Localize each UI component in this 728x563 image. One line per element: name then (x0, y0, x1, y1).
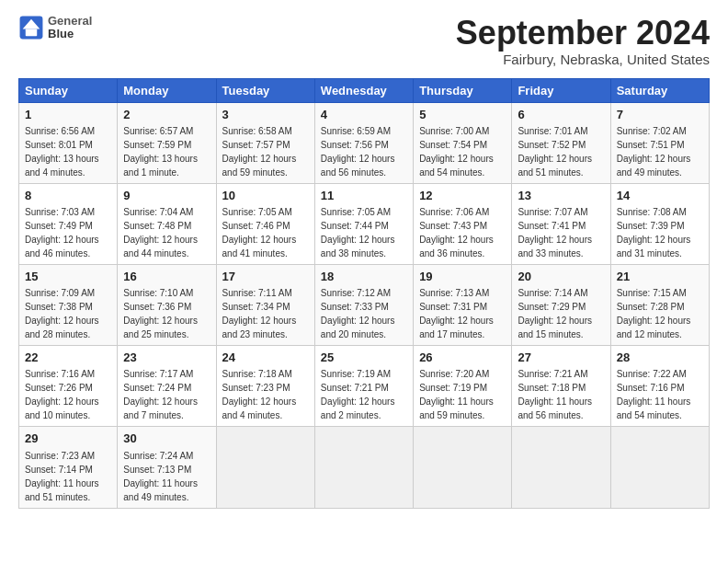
day-cell: 27Sunrise: 7:21 AMSunset: 7:18 PMDayligh… (512, 346, 610, 427)
day-number: 25 (321, 350, 407, 366)
empty-cell (216, 427, 314, 508)
col-header-monday: Monday (118, 78, 216, 102)
day-number: 3 (222, 107, 309, 123)
day-number: 17 (222, 269, 309, 285)
day-cell: 19Sunrise: 7:13 AMSunset: 7:31 PMDayligh… (414, 264, 512, 345)
day-info: Sunrise: 7:09 AMSunset: 7:38 PMDaylight:… (25, 288, 99, 339)
col-header-tuesday: Tuesday (216, 78, 314, 102)
col-header-saturday: Saturday (610, 78, 709, 102)
month-title: September 2024 (456, 15, 710, 52)
day-number: 23 (123, 350, 210, 366)
day-info: Sunrise: 7:17 AMSunset: 7:24 PMDaylight:… (123, 369, 198, 420)
day-info: Sunrise: 7:22 AMSunset: 7:16 PMDaylight:… (617, 369, 691, 420)
day-number: 15 (25, 269, 111, 285)
day-number: 2 (123, 107, 210, 123)
day-cell: 3Sunrise: 6:58 AMSunset: 7:57 PMDaylight… (216, 102, 314, 183)
title-block: September 2024 Fairbury, Nebraska, Unite… (456, 15, 710, 67)
day-info: Sunrise: 7:14 AMSunset: 7:29 PMDaylight:… (518, 288, 592, 339)
svg-rect-2 (26, 29, 37, 37)
logo: General Blue (18, 15, 92, 41)
day-cell: 6Sunrise: 7:01 AMSunset: 7:52 PMDaylight… (512, 102, 610, 183)
day-cell: 23Sunrise: 7:17 AMSunset: 7:24 PMDayligh… (118, 346, 216, 427)
day-number: 10 (222, 188, 309, 204)
day-info: Sunrise: 7:03 AMSunset: 7:49 PMDaylight:… (25, 207, 99, 259)
day-cell: 10Sunrise: 7:05 AMSunset: 7:46 PMDayligh… (216, 183, 314, 264)
day-number: 16 (123, 269, 210, 285)
day-info: Sunrise: 7:10 AMSunset: 7:36 PMDaylight:… (123, 288, 198, 339)
col-header-wednesday: Wednesday (314, 78, 413, 102)
day-info: Sunrise: 6:59 AMSunset: 7:56 PMDaylight:… (321, 126, 395, 178)
main-container: General Blue September 2024 Fairbury, Ne… (0, 0, 728, 518)
day-info: Sunrise: 7:19 AMSunset: 7:21 PMDaylight:… (321, 369, 395, 420)
day-cell: 25Sunrise: 7:19 AMSunset: 7:21 PMDayligh… (314, 346, 413, 427)
day-cell: 1Sunrise: 6:56 AMSunset: 8:01 PMDaylight… (19, 102, 118, 183)
day-number: 29 (25, 431, 111, 447)
day-cell: 16Sunrise: 7:10 AMSunset: 7:36 PMDayligh… (118, 264, 216, 345)
day-number: 18 (321, 269, 407, 285)
day-cell: 7Sunrise: 7:02 AMSunset: 7:51 PMDaylight… (610, 102, 709, 183)
logo-line2: Blue (48, 28, 92, 40)
day-info: Sunrise: 7:24 AMSunset: 7:13 PMDaylight:… (123, 451, 198, 502)
day-info: Sunrise: 7:05 AMSunset: 7:44 PMDaylight:… (321, 207, 395, 259)
day-number: 28 (617, 350, 703, 366)
day-info: Sunrise: 7:06 AMSunset: 7:43 PMDaylight:… (419, 207, 494, 259)
day-info: Sunrise: 6:56 AMSunset: 8:01 PMDaylight:… (25, 126, 99, 178)
col-header-thursday: Thursday (414, 78, 512, 102)
day-info: Sunrise: 7:05 AMSunset: 7:46 PMDaylight:… (222, 207, 297, 259)
day-cell: 8Sunrise: 7:03 AMSunset: 7:49 PMDaylight… (19, 183, 118, 264)
day-info: Sunrise: 7:21 AMSunset: 7:18 PMDaylight:… (518, 369, 592, 420)
col-header-friday: Friday (512, 78, 610, 102)
empty-cell (314, 427, 413, 508)
day-cell: 9Sunrise: 7:04 AMSunset: 7:48 PMDaylight… (118, 183, 216, 264)
header: General Blue September 2024 Fairbury, Ne… (18, 15, 710, 67)
day-info: Sunrise: 7:18 AMSunset: 7:23 PMDaylight:… (222, 369, 297, 420)
day-cell: 11Sunrise: 7:05 AMSunset: 7:44 PMDayligh… (314, 183, 413, 264)
day-cell: 29Sunrise: 7:23 AMSunset: 7:14 PMDayligh… (19, 427, 118, 508)
day-info: Sunrise: 7:23 AMSunset: 7:14 PMDaylight:… (25, 451, 99, 502)
day-number: 19 (419, 269, 506, 285)
day-info: Sunrise: 7:00 AMSunset: 7:54 PMDaylight:… (419, 126, 494, 178)
day-info: Sunrise: 7:08 AMSunset: 7:39 PMDaylight:… (617, 207, 691, 259)
empty-cell (512, 427, 610, 508)
day-number: 4 (321, 107, 407, 123)
day-info: Sunrise: 7:01 AMSunset: 7:52 PMDaylight:… (518, 126, 592, 178)
day-number: 26 (419, 350, 506, 366)
day-info: Sunrise: 6:58 AMSunset: 7:57 PMDaylight:… (222, 126, 297, 178)
day-cell: 24Sunrise: 7:18 AMSunset: 7:23 PMDayligh… (216, 346, 314, 427)
day-info: Sunrise: 7:15 AMSunset: 7:28 PMDaylight:… (617, 288, 691, 339)
calendar-table: SundayMondayTuesdayWednesdayThursdayFrid… (18, 78, 710, 509)
day-number: 5 (419, 107, 506, 123)
day-cell: 26Sunrise: 7:20 AMSunset: 7:19 PMDayligh… (414, 346, 512, 427)
day-cell: 18Sunrise: 7:12 AMSunset: 7:33 PMDayligh… (314, 264, 413, 345)
empty-cell (414, 427, 512, 508)
day-cell: 4Sunrise: 6:59 AMSunset: 7:56 PMDaylight… (314, 102, 413, 183)
day-info: Sunrise: 7:13 AMSunset: 7:31 PMDaylight:… (419, 288, 494, 339)
day-number: 22 (25, 350, 111, 366)
day-cell: 14Sunrise: 7:08 AMSunset: 7:39 PMDayligh… (610, 183, 709, 264)
day-info: Sunrise: 7:12 AMSunset: 7:33 PMDaylight:… (321, 288, 395, 339)
logo-icon (18, 15, 44, 40)
day-info: Sunrise: 7:11 AMSunset: 7:34 PMDaylight:… (222, 288, 297, 339)
day-cell: 30Sunrise: 7:24 AMSunset: 7:13 PMDayligh… (118, 427, 216, 508)
logo-text: General Blue (48, 15, 92, 41)
day-info: Sunrise: 7:02 AMSunset: 7:51 PMDaylight:… (617, 126, 691, 178)
day-number: 12 (419, 188, 506, 204)
day-number: 11 (321, 188, 407, 204)
day-cell: 17Sunrise: 7:11 AMSunset: 7:34 PMDayligh… (216, 264, 314, 345)
day-info: Sunrise: 7:07 AMSunset: 7:41 PMDaylight:… (518, 207, 592, 259)
col-header-sunday: Sunday (19, 78, 118, 102)
day-info: Sunrise: 6:57 AMSunset: 7:59 PMDaylight:… (123, 126, 198, 178)
day-cell: 2Sunrise: 6:57 AMSunset: 7:59 PMDaylight… (118, 102, 216, 183)
logo-line1: General (48, 15, 92, 28)
day-number: 20 (518, 269, 604, 285)
day-info: Sunrise: 7:04 AMSunset: 7:48 PMDaylight:… (123, 207, 198, 259)
location: Fairbury, Nebraska, United States (456, 52, 710, 67)
day-number: 1 (25, 107, 111, 123)
day-cell: 22Sunrise: 7:16 AMSunset: 7:26 PMDayligh… (19, 346, 118, 427)
day-info: Sunrise: 7:20 AMSunset: 7:19 PMDaylight:… (419, 369, 494, 420)
day-number: 24 (222, 350, 309, 366)
day-number: 7 (617, 107, 703, 123)
day-cell: 5Sunrise: 7:00 AMSunset: 7:54 PMDaylight… (414, 102, 512, 183)
empty-cell (610, 427, 709, 508)
day-number: 8 (25, 188, 111, 204)
